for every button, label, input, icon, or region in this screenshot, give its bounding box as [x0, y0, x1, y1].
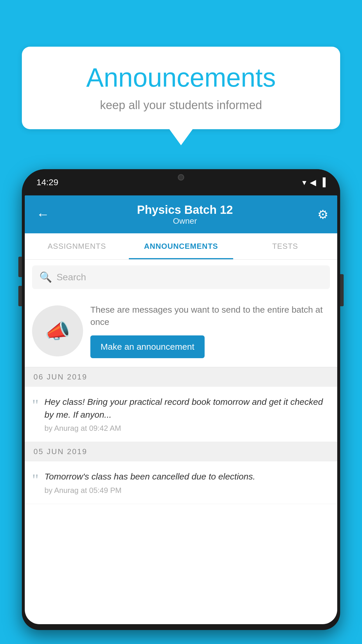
date-separator-2: 05 JUN 2019: [25, 442, 337, 461]
search-bar[interactable]: 🔍 Search: [32, 265, 330, 289]
settings-button[interactable]: ⚙: [317, 207, 328, 222]
power-button: [340, 274, 344, 306]
volume-up-button: [18, 257, 22, 277]
speech-bubble-arrow: [169, 129, 193, 145]
promo-description: These are messages you want to send to t…: [90, 304, 330, 328]
message-item-1[interactable]: " Hey class! Bring your practical record…: [25, 387, 337, 442]
message-content-2: Tomorrow's class has been cancelled due …: [44, 470, 330, 495]
date-separator-1: 06 JUN 2019: [25, 367, 337, 387]
message-text-2: Tomorrow's class has been cancelled due …: [44, 470, 330, 483]
phone-screen: ← Physics Batch 12 Owner ⚙ ASSIGNMENTS A…: [25, 195, 337, 624]
speech-bubble: Announcements keep all your students inf…: [22, 47, 340, 129]
phone-wrapper: 14:29 ▾ ◀ ▐ ← Physics Batch 12 Owner ⚙: [22, 169, 340, 644]
message-text-1: Hey class! Bring your practical record b…: [44, 396, 330, 421]
app-bar: ← Physics Batch 12 Owner ⚙: [25, 195, 337, 233]
wifi-icon: ▾: [302, 178, 306, 187]
battery-icon: ▐: [320, 178, 326, 187]
tab-announcements[interactable]: ANNOUNCEMENTS: [129, 233, 233, 259]
signal-icon: ◀: [310, 178, 316, 187]
quote-icon-2: ": [32, 472, 38, 488]
message-content-1: Hey class! Bring your practical record b…: [44, 396, 330, 433]
speech-bubble-title: Announcements: [39, 63, 323, 93]
quote-icon-1: ": [32, 397, 38, 413]
speech-bubble-section: Announcements keep all your students inf…: [22, 47, 340, 145]
phone-outer: 14:29 ▾ ◀ ▐ ← Physics Batch 12 Owner ⚙: [22, 169, 340, 630]
tab-assignments[interactable]: ASSIGNMENTS: [25, 233, 129, 259]
phone-notch: [155, 169, 207, 185]
app-bar-title: Physics Batch 12: [52, 203, 317, 216]
message-meta-1: by Anurag at 09:42 AM: [44, 424, 330, 433]
tab-tests[interactable]: TESTS: [233, 233, 337, 259]
camera: [178, 174, 184, 181]
message-item-2[interactable]: " Tomorrow's class has been cancelled du…: [25, 461, 337, 504]
back-button[interactable]: ←: [34, 204, 52, 225]
status-bar: 14:29 ▾ ◀ ▐: [22, 169, 340, 195]
make-announcement-button[interactable]: Make an announcement: [90, 335, 205, 358]
tabs-bar: ASSIGNMENTS ANNOUNCEMENTS TESTS: [25, 233, 337, 260]
message-meta-2: by Anurag at 05:49 PM: [44, 486, 330, 495]
megaphone-icon: 📣: [45, 319, 70, 343]
promo-icon-circle: 📣: [32, 305, 83, 356]
app-bar-subtitle: Owner: [52, 216, 317, 226]
announcement-promo: 📣 These are messages you want to send to…: [25, 295, 337, 367]
promo-content: These are messages you want to send to t…: [90, 304, 330, 358]
search-icon: 🔍: [39, 271, 52, 283]
speech-bubble-subtitle: keep all your students informed: [39, 99, 323, 112]
status-time: 14:29: [36, 177, 58, 187]
status-icons: ▾ ◀ ▐: [302, 178, 326, 187]
volume-down-button: [18, 286, 22, 306]
search-placeholder: Search: [57, 272, 86, 283]
app-bar-center: Physics Batch 12 Owner: [52, 203, 317, 226]
search-container: 🔍 Search: [25, 260, 337, 295]
